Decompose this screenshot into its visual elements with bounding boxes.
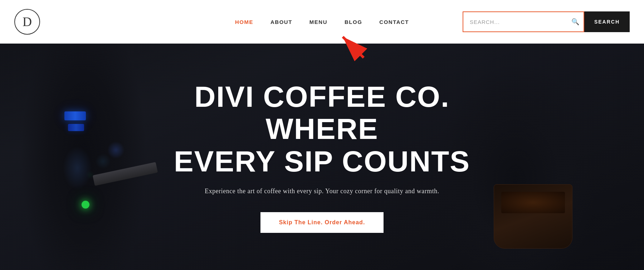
search-input[interactable] [463, 11, 584, 32]
hero-cta-label: Skip The Line. Order Ahead. [279, 219, 365, 225]
search-input-wrapper: 🔍 [463, 11, 584, 32]
hero-content: DIVI COFFEE CO. WHERE EVERY SIP COUNTS E… [161, 81, 483, 233]
hero-cta-button[interactable]: Skip The Line. Order Ahead. [260, 212, 384, 233]
logo-letter: D [23, 14, 32, 29]
header: D HOME ABOUT MENU BLOG CONTACT 🔍 SEARCH [0, 0, 644, 44]
logo[interactable]: D [14, 9, 40, 35]
search-area: 🔍 SEARCH [463, 11, 630, 32]
hero-section: DIVI COFFEE CO. WHERE EVERY SIP COUNTS E… [0, 44, 644, 270]
nav-item-about[interactable]: ABOUT [270, 19, 292, 25]
hero-title: DIVI COFFEE CO. WHERE EVERY SIP COUNTS [161, 81, 483, 178]
nav-item-menu[interactable]: MENU [309, 19, 327, 25]
hero-subtitle: Experience the art of coffee with every … [161, 188, 483, 195]
nav-item-home[interactable]: HOME [235, 19, 253, 25]
main-nav: HOME ABOUT MENU BLOG CONTACT [235, 19, 409, 25]
search-button[interactable]: SEARCH [584, 11, 630, 32]
nav-item-contact[interactable]: CONTACT [379, 19, 409, 25]
nav-item-blog[interactable]: BLOG [345, 19, 362, 25]
logo-circle: D [14, 9, 40, 35]
